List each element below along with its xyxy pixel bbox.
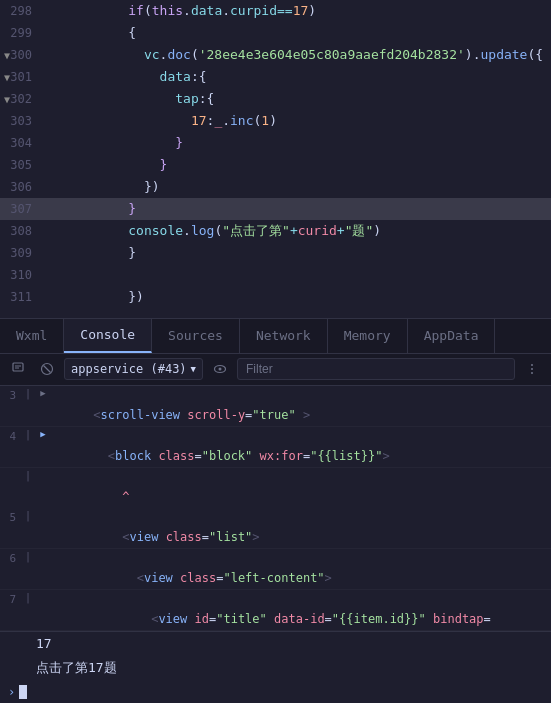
- tab-bar: Wxml Console Sources Network Memory AppD…: [0, 318, 551, 354]
- line-content-311: }): [42, 264, 551, 318]
- console-line-num-7: 7: [0, 592, 20, 606]
- console-gutter-3: |: [20, 510, 36, 521]
- line-number-302: ▼302: [0, 92, 42, 106]
- tab-sources[interactable]: Sources: [152, 319, 240, 353]
- console-gutter-caret: |: [20, 470, 36, 481]
- console-line-num-caret: [0, 470, 20, 471]
- console-gutter-1: |: [20, 388, 36, 399]
- line-number-300: ▼300: [0, 48, 42, 62]
- stop-icon-btn[interactable]: [36, 358, 58, 380]
- line-number-301: ▼301: [0, 70, 42, 84]
- tab-sources-label: Sources: [168, 328, 223, 343]
- console-prompt-line[interactable]: ›: [0, 681, 551, 703]
- svg-point-4: [219, 368, 222, 371]
- output-number: 17: [36, 636, 52, 651]
- svg-rect-0: [13, 363, 23, 371]
- code-lines: 298 if(this.data.curpid==17) 299 { ▼300 …: [0, 0, 551, 318]
- code-line-309: 309 }: [0, 242, 551, 264]
- line-number-311: 311: [0, 290, 42, 304]
- more-icon-btn[interactable]: [521, 358, 543, 380]
- service-selector[interactable]: appservice (#43) ▼: [64, 358, 203, 380]
- code-editor: 298 if(this.data.curpid==17) 299 { ▼300 …: [0, 0, 551, 318]
- console-line-view-left: 6 | <view class="left-content">: [0, 549, 551, 590]
- line-number-307: 307: [0, 202, 42, 216]
- console-line-block: 4 | ▶ <block class="block" wx:for="{{lis…: [0, 427, 551, 468]
- tab-network[interactable]: Network: [240, 319, 328, 353]
- console-line-num-3: 3: [0, 388, 20, 402]
- line-number-304: 304: [0, 136, 42, 150]
- prompt-arrow-icon: ›: [8, 685, 15, 699]
- console-line-caret: | ^: [0, 468, 551, 508]
- filter-input[interactable]: [237, 358, 515, 380]
- tab-console[interactable]: Console: [64, 319, 152, 353]
- line-number-298: 298: [0, 4, 42, 18]
- tab-network-label: Network: [256, 328, 311, 343]
- line-number-306: 306: [0, 180, 42, 194]
- tab-wxml[interactable]: Wxml: [0, 319, 64, 353]
- console-gutter-5: |: [20, 592, 36, 603]
- inspect-icon-btn[interactable]: [8, 358, 30, 380]
- console-expand-arrow-1[interactable]: ▶: [36, 388, 50, 398]
- console-line-view-title: 7 | <view id="title" data-id="{{item.id}…: [0, 590, 551, 631]
- console-line-view-list: 5 | <view class="list">: [0, 508, 551, 549]
- line-number-310: 310: [0, 268, 42, 282]
- console-line-scrollview: 3 | ▶ <scroll-view scroll-y="true" >: [0, 386, 551, 427]
- tab-memory-label: Memory: [344, 328, 391, 343]
- svg-rect-7: [531, 372, 533, 374]
- line-number-309: 309: [0, 246, 42, 260]
- svg-rect-6: [531, 368, 533, 370]
- prompt-cursor: [19, 685, 27, 699]
- line-number-305: 305: [0, 158, 42, 172]
- output-number-line: 17: [0, 632, 551, 655]
- output-chinese: 点击了第17题: [0, 657, 551, 679]
- tab-appdata[interactable]: AppData: [408, 319, 496, 353]
- console-line-num-5: 5: [0, 510, 20, 524]
- service-label: appservice (#43): [71, 362, 187, 376]
- console-line-num-4: 4: [0, 429, 20, 443]
- console-toolbar: appservice (#43) ▼: [0, 354, 551, 386]
- line-number-299: 299: [0, 26, 42, 40]
- console-gutter-2: |: [20, 429, 36, 440]
- console-expand-arrow-2[interactable]: ▶: [36, 429, 50, 439]
- tab-memory[interactable]: Memory: [328, 319, 408, 353]
- console-line-num-6: 6: [0, 551, 20, 565]
- svg-line-2: [44, 366, 51, 373]
- output-chinese-line: 点击了第17题: [0, 655, 551, 681]
- line-number-303: 303: [0, 114, 42, 128]
- line-number-308: 308: [0, 224, 42, 238]
- tab-console-label: Console: [80, 327, 135, 342]
- console-output: 3 | ▶ <scroll-view scroll-y="true" > 4 |…: [0, 386, 551, 704]
- tab-appdata-label: AppData: [424, 328, 479, 343]
- dropdown-arrow-icon: ▼: [191, 364, 196, 374]
- console-gutter-4: |: [20, 551, 36, 562]
- code-line-311: 311 }): [0, 286, 551, 308]
- svg-rect-5: [531, 364, 533, 366]
- eye-icon-btn[interactable]: [209, 358, 231, 380]
- tab-wxml-label: Wxml: [16, 328, 47, 343]
